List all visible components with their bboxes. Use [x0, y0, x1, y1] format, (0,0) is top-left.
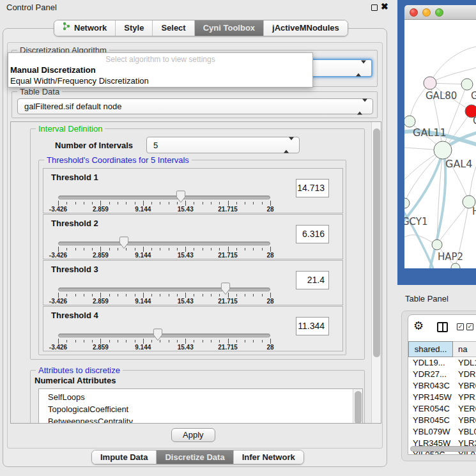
minimize-traffic-light-icon[interactable]	[422, 8, 431, 17]
table-row[interactable]: YDR27...YDR2	[408, 369, 476, 381]
slider-thumb[interactable]	[153, 328, 163, 341]
slider-track[interactable]	[58, 242, 270, 245]
tab-network[interactable]: Network	[54, 20, 115, 36]
cell-name[interactable]: YDL1	[453, 358, 476, 369]
network-canvas[interactable]: GAL80GACGAL11GAL4HGCY1HAP2	[404, 20, 476, 268]
tab-jactivemnodules[interactable]: jActiveMNodules	[263, 20, 348, 36]
slider-thumb[interactable]	[119, 236, 128, 249]
slider-track[interactable]	[58, 196, 270, 199]
tab-infer-network[interactable]: Infer Network	[233, 450, 303, 464]
cell-shared-name[interactable]: YPR145W	[408, 392, 453, 404]
network-node[interactable]	[404, 198, 410, 208]
slider-tick	[84, 248, 84, 250]
threshold-slider[interactable]: -3.4262.8599.14415.4321.71528	[58, 169, 270, 214]
gear-icon[interactable]: ⚙	[413, 319, 424, 333]
scrollbar-thumb[interactable]	[410, 446, 476, 452]
threshold-value-field[interactable]: 21.4	[296, 271, 329, 289]
close-icon[interactable]: ✖	[381, 1, 388, 12]
checkbox-icon[interactable]: ✓	[457, 323, 464, 330]
table-horizontal-scrollbar[interactable]	[410, 446, 476, 452]
network-edge[interactable]	[430, 47, 476, 83]
zoom-traffic-light-icon[interactable]	[435, 8, 443, 17]
network-node[interactable]	[424, 77, 436, 89]
table-row[interactable]: YBL079WYBL0	[408, 427, 476, 438]
table-row[interactable]: YDL19...YDL1	[408, 358, 476, 369]
threshold-slider[interactable]: -3.4262.8599.14415.4321.71528	[58, 307, 270, 352]
cell-name[interactable]: YBR0	[453, 381, 476, 392]
slider-tick	[109, 294, 110, 296]
cell-name[interactable]: YBL0	[453, 427, 476, 438]
slider-tick	[219, 202, 220, 204]
attribute-list-item[interactable]: TopologicalCoefficient	[39, 403, 362, 415]
columns-icon[interactable]	[437, 322, 448, 332]
network-edge-thick[interactable]	[404, 151, 443, 223]
slider-tick	[169, 248, 169, 250]
cell-shared-name[interactable]: YDL19...	[408, 358, 453, 369]
cell-shared-name[interactable]: YBR045C	[408, 415, 453, 427]
table-row[interactable]: YPR145WYPR1	[408, 392, 476, 404]
network-node[interactable]	[404, 116, 415, 127]
slider-track[interactable]	[58, 334, 270, 337]
slider-thumb[interactable]	[176, 190, 185, 203]
popup-item-manual-discretization[interactable]: Manual Discretization	[10, 65, 311, 75]
slider-tick-label: 28	[266, 298, 273, 305]
slider-tick	[177, 248, 178, 250]
numerical-attributes-list[interactable]: SelfLoopsTopologicalCoefficientBetweenne…	[38, 388, 363, 424]
cell-name[interactable]: YER0	[453, 404, 476, 415]
network-node[interactable]	[461, 79, 473, 90]
float-window-icon[interactable]	[371, 4, 378, 11]
network-graph[interactable]: GAL80GACGAL11GAL4HGCY1HAP2	[404, 20, 476, 268]
cell-shared-name[interactable]: YDR27...	[408, 369, 453, 381]
attribute-list-item[interactable]: SelfLoops	[39, 391, 362, 403]
slider-tick	[75, 340, 76, 342]
network-node[interactable]	[451, 263, 460, 268]
table-row[interactable]: YBR043CYBR0	[408, 381, 476, 392]
tab-discretize-data[interactable]: Discretize Data	[156, 450, 233, 464]
slider-tick-label: -3.426	[49, 298, 67, 305]
slider-tick-label: 21.715	[218, 344, 238, 351]
cell-shared-name[interactable]: YER054C	[408, 404, 453, 415]
number-of-intervals-combobox[interactable]: 5	[146, 137, 300, 153]
cell-name[interactable]: YBR0	[453, 415, 476, 427]
settings-vertical-scrollbar[interactable]	[371, 122, 381, 423]
slider-tick	[262, 202, 263, 204]
tab-impute-data[interactable]: Impute Data	[92, 450, 156, 464]
popup-item-equal-width-frequency[interactable]: Equal Width/Frequency Discretization	[10, 76, 311, 86]
slider-tick	[151, 248, 152, 250]
column-header-name[interactable]: na	[453, 341, 476, 357]
settings-scrollpane: Interval Definition Number of Intervals …	[10, 121, 381, 424]
threshold-value-field[interactable]: 11.344	[296, 317, 329, 335]
slider-tick	[185, 201, 186, 206]
network-node[interactable]	[434, 141, 452, 159]
close-traffic-light-icon[interactable]	[410, 8, 418, 17]
table-panel-title: Table Panel	[405, 294, 449, 303]
scrollbar-thumb[interactable]	[373, 128, 380, 357]
checkbox-icon[interactable]: ✓	[466, 323, 473, 330]
scrollbar-thumb[interactable]	[355, 391, 362, 424]
table-row[interactable]: YER054CYER0	[408, 404, 476, 415]
tab-style[interactable]: Style	[115, 20, 152, 36]
threshold-value-field[interactable]: 14.713	[296, 179, 329, 197]
cell-name[interactable]: YDR2	[453, 369, 476, 381]
cell-shared-name[interactable]: YBR043C	[408, 381, 453, 392]
cell-name[interactable]: YPR1	[453, 392, 476, 404]
slider-tick	[270, 293, 271, 298]
cell-shared-name[interactable]: YBL079W	[408, 427, 453, 438]
table-data-combobox[interactable]: galFiltered.sif default node	[17, 98, 373, 114]
attribute-list-item[interactable]: BetweennessCentrality	[39, 415, 362, 424]
tab-select[interactable]: Select	[152, 20, 194, 36]
network-node[interactable]	[432, 240, 442, 250]
tab-cyni-toolbox[interactable]: Cyni Toolbox	[194, 20, 263, 36]
attributes-list-scrollbar[interactable]	[353, 389, 362, 424]
threshold-value-field[interactable]: 6.316	[296, 225, 329, 243]
group-title-interval-definition: Interval Definition	[36, 124, 105, 134]
slider-track[interactable]	[58, 288, 270, 291]
threshold-slider[interactable]: -3.4262.8599.14415.4321.71528	[58, 261, 270, 306]
column-header-shared-name[interactable]: shared...	[408, 341, 453, 357]
apply-button[interactable]: Apply	[171, 428, 215, 442]
network-node-label: GCY1	[404, 216, 428, 227]
control-panel-title: Control Panel	[6, 3, 57, 12]
slider-thumb[interactable]	[221, 282, 231, 295]
threshold-slider[interactable]: -3.4262.8599.14415.4321.71528	[58, 215, 270, 260]
table-row[interactable]: YBR045CYBR0	[408, 415, 476, 427]
